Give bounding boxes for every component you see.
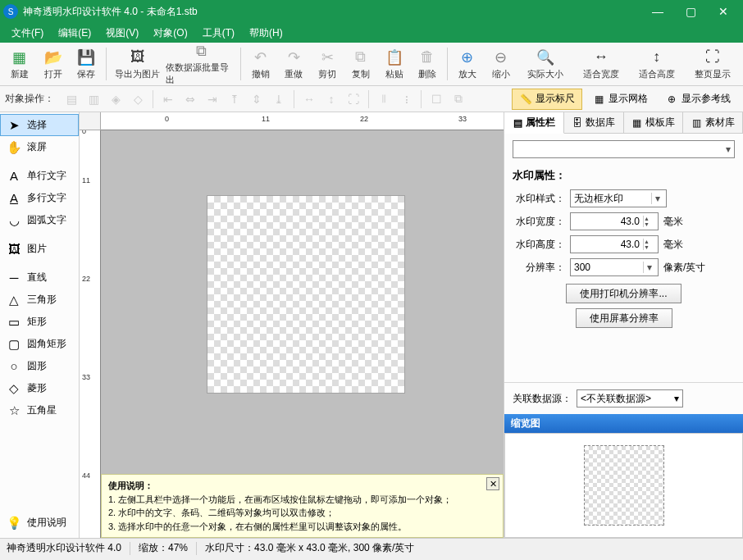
- minimize-button[interactable]: —: [641, 0, 674, 23]
- show-ruler-toggle[interactable]: 📏显示标尺: [512, 89, 582, 110]
- paste-button[interactable]: 📋粘贴: [378, 44, 411, 84]
- triangle-icon: △: [7, 293, 21, 307]
- diamond-tool[interactable]: ◇菱形: [0, 377, 79, 399]
- canvas[interactable]: [207, 196, 404, 393]
- new-button[interactable]: ▦新建: [3, 44, 36, 84]
- object-toolbar: 对象操作： ▤ ▥ ◈ ◇ ⇤ ⇔ ⇥ ⤒ ⇕ ⤓ ↔ ↕ ⛶ ⫴ ⫶ ☐ ⧉ …: [0, 86, 743, 112]
- star-tool[interactable]: ☆五角星: [0, 399, 79, 421]
- align-left-button[interactable]: ⇤: [158, 89, 178, 109]
- rect-tool[interactable]: ▭矩形: [0, 311, 79, 333]
- same-height-button[interactable]: ↕: [321, 89, 341, 109]
- style-dropdown[interactable]: 无边框水印▾: [570, 189, 667, 207]
- align-right-button[interactable]: ⇥: [203, 89, 222, 109]
- distribute-h-button[interactable]: ⫴: [374, 89, 394, 109]
- canvas-viewport[interactable]: ✕ 使用说明： 1. 左侧工具栏中选择一个功能后，在画布区域按住鼠标左键拖动，即…: [101, 130, 504, 538]
- arc-text-icon: ◡: [7, 213, 21, 228]
- title-bar: S 神奇透明水印设计软件 4.0 - 未命名1.stb — ▢ ✕: [0, 0, 743, 23]
- triangle-tool[interactable]: △三角形: [0, 289, 79, 311]
- actual-size-button[interactable]: 🔍实际大小: [518, 44, 573, 84]
- ruler-vertical[interactable]: 0 11 22 33 44: [80, 130, 101, 538]
- batch-export-button[interactable]: ⧉依数据源批量导出: [166, 44, 237, 84]
- show-guides-toggle[interactable]: ⊕显示参考线: [658, 89, 738, 110]
- send-back-button[interactable]: ▥: [84, 89, 103, 109]
- zoom-out-button[interactable]: ⊖缩小: [485, 44, 517, 84]
- align-center-v-button[interactable]: ⇕: [247, 89, 267, 109]
- width-unit: 毫米: [663, 215, 683, 229]
- same-size-button[interactable]: ⛶: [344, 89, 363, 109]
- bring-forward-button[interactable]: ◈: [106, 89, 125, 109]
- maximize-button[interactable]: ▢: [674, 0, 707, 23]
- batch-export-icon: ⧉: [192, 43, 210, 60]
- arc-text-tool[interactable]: ◡圆弧文字: [0, 209, 79, 231]
- object-selector-dropdown[interactable]: ▾: [513, 140, 735, 158]
- style-label: 水印样式：: [513, 192, 565, 206]
- ellipse-tool[interactable]: ○圆形: [0, 355, 79, 377]
- help-toggle-button[interactable]: 💡使用说明: [0, 512, 79, 534]
- cut-button[interactable]: ✂剪切: [311, 44, 344, 84]
- align-center-h-button[interactable]: ⇔: [180, 89, 200, 109]
- menu-help[interactable]: 帮助(H): [243, 24, 289, 43]
- tab-properties[interactable]: ▤属性栏: [504, 112, 564, 134]
- fit-page-button[interactable]: ⛶整页显示: [685, 44, 740, 84]
- close-button[interactable]: ✕: [707, 0, 740, 23]
- assoc-dropdown[interactable]: <不关联数据源>▾: [577, 389, 683, 407]
- tab-assets[interactable]: ▥素材库: [683, 112, 743, 133]
- menu-tools[interactable]: 工具(T): [196, 24, 241, 43]
- redo-button[interactable]: ↷重做: [277, 44, 310, 84]
- status-size: 水印尺寸：43.0 毫米 x 43.0 毫米, 300 像素/英寸: [205, 541, 414, 555]
- pan-tool[interactable]: ✋滚屏: [0, 136, 79, 158]
- zoom-in-button[interactable]: ⊕放大: [451, 44, 484, 84]
- align-bottom-button[interactable]: ⤓: [269, 89, 289, 109]
- image-tool[interactable]: 🖼图片: [0, 238, 79, 260]
- fit-width-button[interactable]: ↔适合宽度: [573, 44, 628, 84]
- database-icon: 🗄: [572, 117, 583, 129]
- dpi-unit: 像素/英寸: [663, 261, 705, 275]
- bulb-icon: 💡: [7, 516, 21, 530]
- show-grid-toggle[interactable]: ▦显示网格: [585, 89, 655, 110]
- fit-page-icon: ⛶: [704, 48, 722, 66]
- use-screen-dpi-button[interactable]: 使用屏幕分辨率: [576, 308, 672, 328]
- help-panel: ✕ 使用说明： 1. 左侧工具栏中选择一个功能后，在画布区域按住鼠标左键拖动，即…: [101, 474, 504, 538]
- same-width-button[interactable]: ↔: [299, 89, 319, 109]
- tab-templates[interactable]: ▦模板库: [624, 112, 684, 133]
- rect-icon: ▭: [7, 315, 21, 330]
- select-tool[interactable]: ➤选择: [0, 114, 79, 136]
- width-input[interactable]: 43.0▲▼: [570, 212, 659, 230]
- diamond-icon: ◇: [7, 381, 21, 396]
- height-label: 水印高度：: [513, 238, 565, 252]
- height-input[interactable]: 43.0▲▼: [570, 235, 659, 253]
- use-printer-dpi-button[interactable]: 使用打印机分辨率...: [566, 284, 681, 303]
- multi-text-tool[interactable]: A多行文字: [0, 187, 79, 209]
- distribute-v-button[interactable]: ⫶: [396, 89, 416, 109]
- paste-icon: 📋: [385, 48, 403, 66]
- help-close-button[interactable]: ✕: [486, 477, 499, 490]
- delete-button[interactable]: 🗑删除: [411, 44, 444, 84]
- single-text-tool[interactable]: A单行文字: [0, 165, 79, 187]
- dpi-dropdown[interactable]: 300▾: [570, 258, 659, 276]
- menu-object[interactable]: 对象(O): [147, 24, 194, 43]
- menu-view[interactable]: 视图(V): [99, 24, 145, 43]
- round-rect-tool[interactable]: ▢圆角矩形: [0, 333, 79, 355]
- ungroup-button[interactable]: ⧉: [449, 89, 468, 109]
- undo-button[interactable]: ↶撤销: [244, 44, 277, 84]
- save-button[interactable]: 💾保存: [71, 44, 103, 84]
- line-tool[interactable]: ─直线: [0, 266, 79, 289]
- bring-front-button[interactable]: ▤: [62, 89, 81, 109]
- round-rect-icon: ▢: [7, 337, 21, 352]
- align-top-button[interactable]: ⤒: [225, 89, 244, 109]
- export-image-button[interactable]: 🖼导出为图片: [110, 44, 165, 84]
- fit-height-button[interactable]: ↕适合高度: [629, 44, 684, 84]
- menu-bar: 文件(F) 编辑(E) 视图(V) 对象(O) 工具(T) 帮助(H): [0, 23, 743, 43]
- ruler-horizontal[interactable]: 0 11 22 33: [101, 112, 504, 130]
- send-backward-button[interactable]: ◇: [128, 89, 148, 109]
- open-button[interactable]: 📂打开: [37, 44, 70, 84]
- tab-database[interactable]: 🗄数据库: [564, 112, 624, 133]
- cut-icon: ✂: [318, 48, 336, 66]
- copy-button[interactable]: ⧉复制: [344, 44, 377, 84]
- ruler-corner: [80, 112, 101, 130]
- group-button[interactable]: ☐: [426, 89, 446, 109]
- menu-edit[interactable]: 编辑(E): [52, 24, 98, 43]
- assoc-label: 关联数据源：: [513, 392, 572, 406]
- guides-icon: ⊕: [665, 93, 678, 106]
- menu-file[interactable]: 文件(F): [5, 24, 50, 43]
